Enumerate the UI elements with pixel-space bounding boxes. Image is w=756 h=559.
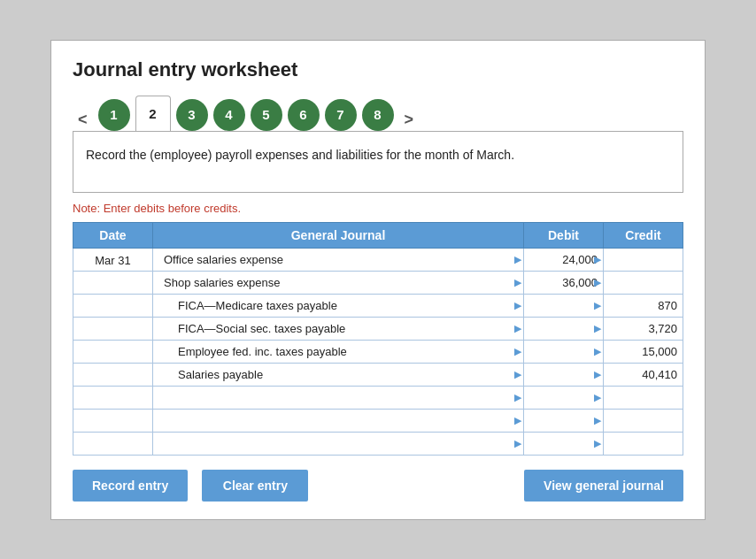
page-title: Journal entry worksheet	[73, 58, 683, 81]
debit-arrow-icon: ▶	[594, 415, 601, 426]
desc-arrow-icon: ▶	[514, 346, 521, 357]
debit-arrow-icon: ▶	[594, 369, 601, 380]
cell-date	[73, 340, 153, 363]
cell-date	[73, 317, 153, 340]
tab-2-active[interactable]: 2	[135, 96, 171, 131]
cell-credit	[604, 248, 683, 271]
debit-arrow-icon: ▶	[594, 277, 601, 288]
cell-credit	[604, 409, 683, 432]
cell-credit: 15,000	[604, 340, 683, 363]
debit-arrow-icon: ▶	[594, 346, 601, 357]
tab-8[interactable]: 8	[362, 99, 394, 131]
cell-date	[73, 363, 153, 386]
tab-6[interactable]: 6	[288, 99, 320, 131]
table-row: ▶▶	[73, 409, 683, 432]
cell-desc: FICA—Medicare taxes payable▶	[153, 294, 524, 317]
journal-table: Date General Journal Debit Credit Mar 31…	[73, 222, 683, 456]
cell-date	[73, 409, 153, 432]
debit-arrow-icon: ▶	[594, 254, 601, 265]
cell-debit: ▶	[524, 432, 604, 455]
cell-debit: ▶	[524, 409, 604, 432]
tab-5[interactable]: 5	[251, 99, 282, 131]
cell-desc: Salaries payable▶	[153, 363, 524, 386]
table-row: Mar 31Office salaries expense▶24,000▶	[73, 248, 683, 271]
cell-debit: ▶	[524, 386, 604, 409]
cell-desc: ▶	[153, 432, 524, 455]
cell-debit: 24,000▶	[524, 248, 604, 271]
desc-arrow-icon: ▶	[514, 415, 521, 426]
cell-desc: ▶	[153, 409, 524, 432]
desc-arrow-icon: ▶	[514, 369, 521, 380]
col-general-journal: General Journal	[153, 222, 524, 248]
table-row: FICA—Social sec. taxes payable▶▶3,720	[73, 317, 683, 340]
clear-entry-button[interactable]: Clear entry	[202, 470, 308, 502]
cell-date	[73, 432, 153, 455]
desc-arrow-icon: ▶	[514, 254, 521, 265]
col-debit: Debit	[524, 222, 604, 248]
view-general-journal-button[interactable]: View general journal	[524, 470, 683, 502]
table-row: Salaries payable▶▶40,410	[73, 363, 683, 386]
worksheet-container: Journal entry worksheet < 1 2 3 4 5 6 7 …	[50, 40, 706, 520]
cell-debit: 36,000▶	[524, 271, 604, 294]
prev-arrow[interactable]: <	[73, 108, 93, 131]
note-text: Note: Enter debits before credits.	[73, 202, 683, 215]
tab-3[interactable]: 3	[176, 99, 208, 131]
col-date: Date	[73, 222, 153, 248]
cell-desc: Employee fed. inc. taxes payable▶	[153, 340, 524, 363]
desc-arrow-icon: ▶	[514, 323, 521, 334]
table-row: Shop salaries expense▶36,000▶	[73, 271, 683, 294]
desc-arrow-icon: ▶	[514, 300, 521, 311]
cell-credit: 3,720	[604, 317, 683, 340]
cell-credit	[604, 432, 683, 455]
table-row: ▶▶	[73, 432, 683, 455]
cell-desc: Office salaries expense▶	[153, 248, 524, 271]
cell-credit	[604, 271, 683, 294]
cell-credit	[604, 386, 683, 409]
cell-debit: ▶	[524, 317, 604, 340]
instruction-box: Record the (employee) payroll expenses a…	[73, 131, 683, 193]
debit-arrow-icon: ▶	[594, 323, 601, 334]
cell-credit: 40,410	[604, 363, 683, 386]
cell-date: Mar 31	[73, 248, 153, 271]
cell-desc: ▶	[153, 386, 524, 409]
tab-7[interactable]: 7	[325, 99, 357, 131]
debit-arrow-icon: ▶	[594, 300, 601, 311]
cell-debit: ▶	[524, 363, 604, 386]
cell-credit: 870	[604, 294, 683, 317]
desc-arrow-icon: ▶	[514, 438, 521, 449]
cell-desc: FICA—Social sec. taxes payable▶	[153, 317, 524, 340]
desc-arrow-icon: ▶	[514, 392, 521, 403]
record-entry-button[interactable]: Record entry	[73, 470, 188, 502]
cell-debit: ▶	[524, 294, 604, 317]
tabs-row: < 1 2 3 4 5 6 7 8 >	[73, 96, 683, 131]
cell-date	[73, 294, 153, 317]
debit-arrow-icon: ▶	[594, 392, 601, 403]
next-arrow[interactable]: >	[399, 108, 420, 131]
cell-date	[73, 386, 153, 409]
buttons-row: Record entry Clear entry View general jo…	[73, 470, 683, 502]
cell-date	[73, 271, 153, 294]
cell-desc: Shop salaries expense▶	[153, 271, 524, 294]
table-row: Employee fed. inc. taxes payable▶▶15,000	[73, 340, 683, 363]
cell-debit: ▶	[524, 340, 604, 363]
table-row: FICA—Medicare taxes payable▶▶870	[73, 294, 683, 317]
desc-arrow-icon: ▶	[514, 277, 521, 288]
debit-arrow-icon: ▶	[594, 438, 601, 449]
col-credit: Credit	[604, 222, 683, 248]
instruction-text: Record the (employee) payroll expenses a…	[86, 148, 514, 162]
tab-4[interactable]: 4	[213, 99, 245, 131]
tab-1[interactable]: 1	[98, 99, 130, 131]
table-row: ▶▶	[73, 386, 683, 409]
